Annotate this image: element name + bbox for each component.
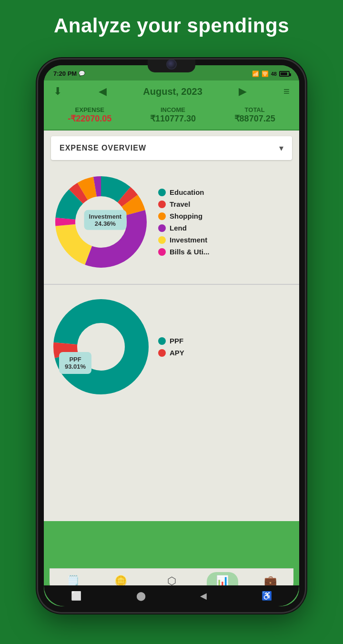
header-nav: ⬇ ◀ August, 2023 ▶ ≡ (44, 80, 299, 102)
android-back-btn[interactable]: ◀ (200, 591, 207, 601)
total-value: ₹88707.25 (234, 113, 275, 124)
chart-section-2: PPF 93.01% PPF APY (44, 285, 299, 409)
download-button[interactable]: ⬇ (53, 85, 62, 98)
status-time: 7:20 PM 💬 (53, 70, 85, 77)
main-content: EXPENSE OVERVIEW ▾ (44, 131, 299, 521)
android-nav: ⬜ ⬤ ◀ ♿ (44, 585, 299, 606)
month-title: August, 2023 (143, 86, 202, 97)
expense-label: EXPENSE (68, 106, 111, 113)
back-button[interactable]: ◀ (99, 85, 107, 98)
income-label: INCOME (150, 106, 196, 113)
legend-item-travel: Travel (158, 200, 294, 208)
battery-icon (279, 71, 290, 77)
wifi-icon: 🛜 (262, 70, 269, 77)
income-summary: INCOME ₹110777.30 (150, 106, 196, 124)
chart1-legend: Education Travel Shopping Lend (158, 188, 294, 256)
donut-chart-1: Investment 24.36% (49, 170, 153, 274)
donut-svg-2 (49, 294, 153, 399)
android-home-btn[interactable]: ⬤ (136, 591, 146, 601)
dropdown-arrow-icon: ▾ (279, 143, 283, 153)
donut-center-label-2: PPF 93.01% (59, 352, 91, 374)
overview-dropdown[interactable]: EXPENSE OVERVIEW ▾ (51, 136, 292, 160)
legend-item-shopping: Shopping (158, 212, 294, 220)
income-value: ₹110777.30 (150, 113, 196, 124)
time-text: 7:20 PM (53, 70, 77, 77)
legend-item-bills: Bills & Uti... (158, 248, 294, 256)
android-accessibility-btn: ♿ (262, 591, 272, 601)
legend-item-education: Education (158, 188, 294, 196)
total-label: TOTAL (234, 106, 275, 113)
expense-summary: EXPENSE -₹22070.05 (68, 106, 111, 124)
expense-value: -₹22070.05 (68, 113, 111, 124)
forward-button[interactable]: ▶ (239, 85, 247, 98)
phone-frame: 7:20 PM 💬 📶 🛜 48 ⬇ ◀ August, 2023 ▶ ≡ (38, 60, 305, 612)
donut-chart-2: PPF 93.01% (49, 294, 153, 399)
signal-icon: 📶 (252, 70, 259, 77)
legend-item-apy: APY (158, 349, 294, 357)
camera-bump (148, 60, 195, 72)
legend-item-investment: Investment (158, 236, 294, 244)
android-square-btn[interactable]: ⬜ (71, 591, 81, 601)
legend-item-ppf: PPF (158, 337, 294, 345)
phone-screen: 7:20 PM 💬 📶 🛜 48 ⬇ ◀ August, 2023 ▶ ≡ (44, 65, 299, 606)
battery-text: 48 (271, 71, 277, 77)
summary-bar: EXPENSE -₹22070.05 INCOME ₹110777.30 TOT… (44, 102, 299, 131)
message-icon: 💬 (79, 70, 85, 77)
page-heading: Analyze your spendings (0, 0, 343, 47)
camera-lens (166, 60, 177, 70)
filter-button[interactable]: ≡ (283, 85, 290, 98)
total-summary: TOTAL ₹88707.25 (234, 106, 275, 124)
dropdown-label: EXPENSE OVERVIEW (60, 144, 146, 152)
legend-item-lend: Lend (158, 224, 294, 232)
chart2-legend: PPF APY (158, 337, 294, 357)
chart-section-1: Investment 24.36% Education Travel (44, 165, 299, 284)
donut-center-label-1: Investment 24.36% (84, 210, 127, 230)
status-icons: 📶 🛜 48 (252, 70, 290, 77)
